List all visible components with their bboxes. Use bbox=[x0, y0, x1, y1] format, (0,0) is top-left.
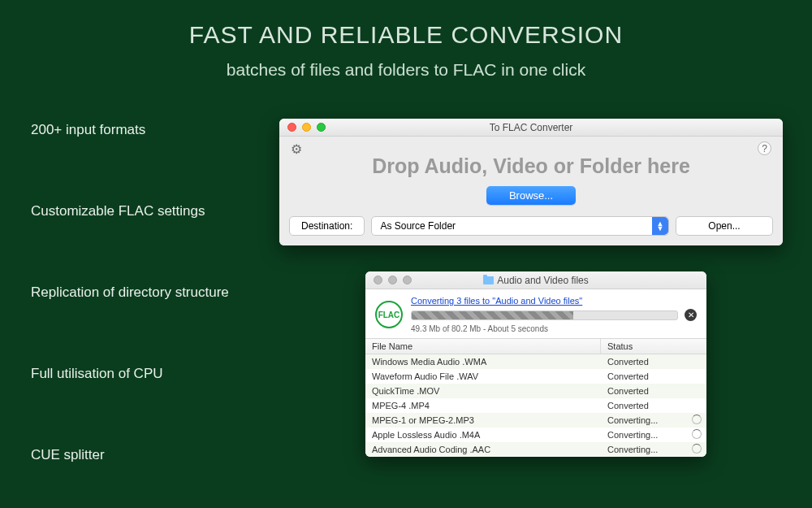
table-header: File Name Status bbox=[365, 338, 706, 354]
cell-filename: QuickTime .MOV bbox=[365, 384, 601, 398]
feature-item: Replication of directory structure bbox=[31, 284, 229, 301]
cell-status: Converting... bbox=[601, 413, 706, 428]
destination-value: As Source Folder bbox=[380, 220, 456, 232]
table-row[interactable]: Apple Lossless Audio .M4AConverting... bbox=[365, 428, 706, 442]
table-row[interactable]: MPEG-1 or MPEG-2.MP3Converting... bbox=[365, 413, 706, 428]
spinner-icon bbox=[692, 444, 702, 454]
gear-icon[interactable]: ⚙ bbox=[291, 141, 302, 157]
table-row[interactable]: MPEG-4 .MP4Converted bbox=[365, 398, 706, 413]
table-row[interactable]: Waveform Audio File .WAVConverted bbox=[365, 369, 706, 384]
progress-link[interactable]: Converting 3 files to "Audio and Video f… bbox=[411, 296, 582, 306]
cell-status: Converting... bbox=[601, 442, 706, 457]
chevron-updown-icon: ▲▼ bbox=[652, 217, 668, 235]
feature-list: 200+ input formats Customizable FLAC set… bbox=[31, 122, 229, 508]
table-row[interactable]: Advanced Audio Coding .AACConverting... bbox=[365, 442, 706, 457]
spinner-icon bbox=[692, 415, 702, 424]
open-button[interactable]: Open... bbox=[676, 216, 773, 236]
cell-status: Converting... bbox=[601, 428, 706, 442]
window-title: To FLAC Converter bbox=[279, 122, 783, 133]
titlebar: To FLAC Converter bbox=[279, 119, 783, 137]
window-title: Audio and Video files bbox=[365, 275, 706, 286]
titlebar: Audio and Video files bbox=[365, 271, 706, 289]
folder-icon bbox=[483, 276, 494, 284]
subheadline: batches of files and folders to FLAC in … bbox=[0, 49, 812, 80]
table-row[interactable]: Windows Media Audio .WMAConverted bbox=[365, 354, 706, 369]
cancel-icon[interactable]: ✕ bbox=[685, 309, 697, 321]
feature-item: 200+ input formats bbox=[31, 122, 229, 138]
cell-filename: Apple Lossless Audio .M4A bbox=[365, 428, 601, 442]
browse-button[interactable]: Browse... bbox=[486, 186, 576, 205]
cell-filename: Advanced Audio Coding .AAC bbox=[365, 442, 601, 457]
table-row[interactable]: QuickTime .MOVConverted bbox=[365, 384, 706, 398]
feature-item: Full utilisation of CPU bbox=[31, 366, 229, 382]
cell-status: Converted bbox=[601, 369, 706, 384]
feature-item: CUE splitter bbox=[31, 447, 229, 463]
headline: FAST AND RELIABLE CONVERSION bbox=[0, 0, 812, 49]
progress-window: Audio and Video files FLAC Converting 3 … bbox=[365, 271, 706, 457]
column-status[interactable]: Status bbox=[601, 339, 706, 354]
progress-bar bbox=[411, 310, 678, 320]
drop-target-label: Drop Audio, Video or Folder here bbox=[289, 143, 773, 186]
destination-select[interactable]: As Source Folder ▲▼ bbox=[371, 216, 669, 236]
cell-filename: Windows Media Audio .WMA bbox=[365, 354, 601, 369]
spinner-icon bbox=[692, 429, 702, 439]
column-filename[interactable]: File Name bbox=[365, 339, 601, 354]
progress-fill bbox=[412, 311, 573, 319]
cell-status: Converted bbox=[601, 354, 706, 369]
feature-item: Customizable FLAC settings bbox=[31, 203, 229, 219]
table-body: Windows Media Audio .WMAConvertedWavefor… bbox=[365, 354, 706, 457]
destination-button[interactable]: Destination: bbox=[289, 216, 365, 236]
cell-status: Converted bbox=[601, 384, 706, 398]
cell-filename: MPEG-1 or MPEG-2.MP3 bbox=[365, 413, 601, 428]
cell-filename: Waveform Audio File .WAV bbox=[365, 369, 601, 384]
help-icon[interactable]: ? bbox=[758, 141, 771, 155]
cell-filename: MPEG-4 .MP4 bbox=[365, 398, 601, 413]
flac-badge-icon: FLAC bbox=[375, 301, 403, 328]
drop-window: To FLAC Converter ⚙ ? Drop Audio, Video … bbox=[279, 119, 783, 245]
progress-stats: 49.3 Mb of 80.2 Mb - About 5 seconds bbox=[411, 324, 697, 333]
cell-status: Converted bbox=[601, 398, 706, 413]
